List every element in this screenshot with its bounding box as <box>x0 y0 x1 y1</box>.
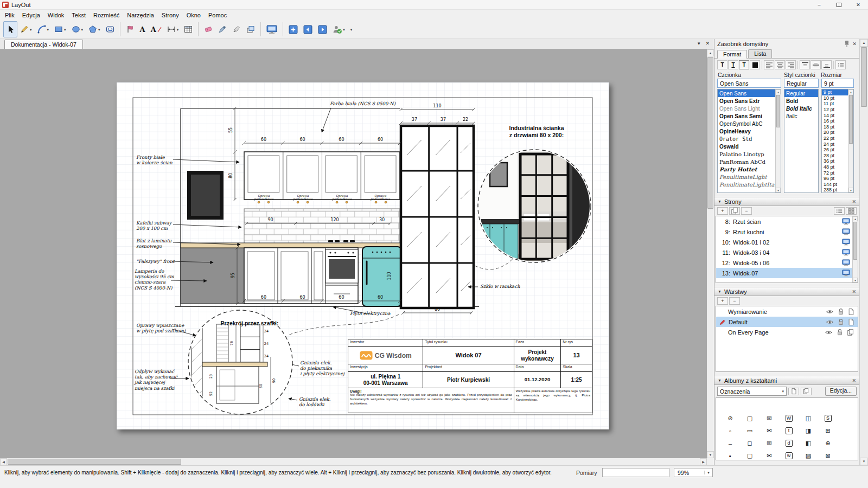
canvas-vertical-scrollbar[interactable]: ▲ ▼ <box>707 49 714 458</box>
scroll-down-button[interactable]: ▼ <box>860 458 868 465</box>
page-row-selected[interactable]: 13:Widok-07 <box>716 268 858 278</box>
pages-list-view-button[interactable] <box>834 207 845 215</box>
style-list-item[interactable]: Italic <box>784 112 818 120</box>
layers-list[interactable]: Wymiarowanie Default On Every Page <box>716 306 858 372</box>
font-list-item[interactable]: OpineHeavy <box>718 127 781 135</box>
font-list-item[interactable]: Open Sans Semi <box>718 112 781 120</box>
lock-icon[interactable] <box>837 329 843 336</box>
text-tool-button[interactable]: A <box>137 21 148 37</box>
horizontal-scroll-thumb[interactable] <box>8 459 181 465</box>
layers-panel-header[interactable]: ▼ Warstwy ✕ <box>714 287 859 296</box>
dimension-tool-button[interactable]: ▾ <box>164 21 182 37</box>
eye-icon[interactable] <box>826 319 834 325</box>
add-layer-button[interactable]: + <box>717 297 728 305</box>
tab-format[interactable]: Format <box>717 50 747 59</box>
document-tab[interactable]: Dokumentacja - Widok-07 <box>4 40 83 49</box>
menu-tekst[interactable]: Tekst <box>68 11 90 20</box>
page-row[interactable]: 12:Widok-05 i 06 <box>716 258 858 268</box>
menu-okno[interactable]: Okno <box>183 11 205 20</box>
shape-item[interactable]: ✉ <box>760 425 779 437</box>
page-row[interactable]: 9:Rzut kuchni <box>716 227 858 237</box>
size-input[interactable]: 9 pt <box>821 79 854 88</box>
shape-item[interactable]: ⊕ <box>818 437 838 450</box>
shape-item[interactable]: t <box>779 425 799 437</box>
monitor-icon[interactable] <box>842 228 850 235</box>
align-left-button[interactable] <box>764 60 774 69</box>
shape-item[interactable]: S <box>818 412 838 425</box>
albums-panel-close-icon[interactable]: ✕ <box>852 378 856 383</box>
shape-item[interactable]: ◻ <box>740 437 760 450</box>
pages-panel-header[interactable]: ▼ Strony ✕ <box>714 197 859 206</box>
pages-icon[interactable] <box>847 329 854 336</box>
shape-item[interactable]: ▭ <box>740 425 760 437</box>
caret-down-icon[interactable]: ▾ <box>47 28 49 31</box>
canvas-horizontal-scrollbar[interactable]: ◀ ▶ <box>0 458 707 465</box>
align-right-button[interactable] <box>786 60 796 69</box>
shape-item[interactable]: ⊞ <box>818 425 838 437</box>
valign-bottom-button[interactable] <box>821 60 832 69</box>
tray-close-icon[interactable]: ✕ <box>852 41 857 47</box>
page-row[interactable]: 10:Widok-01 i 02 <box>716 237 858 247</box>
caret-down-icon[interactable]: ▾ <box>98 28 100 31</box>
duplicate-page-button[interactable] <box>729 207 740 215</box>
drawing-canvas[interactable]: 110 <box>0 49 707 458</box>
circle-tool-button[interactable]: ▾ <box>69 21 86 37</box>
font-list-item[interactable]: Orator Std <box>718 135 781 143</box>
scroll-up-button[interactable]: ▲ <box>860 39 868 47</box>
shape-item[interactable]: ⊠ <box>818 450 838 460</box>
list-format-button[interactable] <box>835 60 846 69</box>
size-list-scrollbar[interactable]: ▲ ▼ <box>848 89 853 192</box>
font-list-item[interactable]: Oswald <box>718 143 781 150</box>
split-tool-button[interactable] <box>244 21 258 37</box>
shape-item[interactable]: ⊘ <box>720 412 740 425</box>
valign-top-button[interactable] <box>800 60 810 69</box>
collapse-icon[interactable]: ▼ <box>718 378 722 382</box>
shape-item[interactable]: W <box>779 412 799 425</box>
font-list-scrollbar[interactable]: ▲ ▼ <box>775 89 781 192</box>
style-list-item[interactable]: Regular <box>784 89 818 97</box>
pages-list-scrollbar[interactable]: ▲ ▼ <box>852 216 858 282</box>
font-list-item[interactable]: PenultimateLight <box>718 173 781 181</box>
shape-item[interactable]: ▢ <box>740 450 760 460</box>
monitor-icon[interactable] <box>842 249 850 256</box>
album-select[interactable]: Oznaczenia ▾ <box>717 387 787 396</box>
menu-strony[interactable]: Strony <box>158 11 183 20</box>
style-list-item[interactable]: Bold Italic <box>784 105 818 112</box>
menu-edycja[interactable]: Edycja <box>18 11 44 20</box>
font-list-item[interactable]: Open Sans <box>718 89 781 97</box>
vertical-scroll-thumb[interactable] <box>707 57 713 209</box>
shape-item[interactable]: – <box>720 437 740 450</box>
tab-lista[interactable]: Lista <box>748 49 772 58</box>
start-presentation-button[interactable] <box>264 21 280 37</box>
shape-item[interactable]: ◧ <box>799 437 818 450</box>
album-prev-button[interactable] <box>788 388 799 395</box>
tray-scroll-thumb[interactable] <box>861 47 867 107</box>
font-list[interactable]: Open Sans Open Sans Extr Open Sans Light… <box>717 89 781 193</box>
valign-middle-button[interactable] <box>810 60 821 69</box>
text-frame-button[interactable]: T <box>739 60 749 69</box>
font-list-item[interactable]: Palatino Linotyp <box>718 150 781 158</box>
page-icon[interactable] <box>848 308 854 316</box>
tab-close-icon[interactable]: ✕ <box>705 41 710 46</box>
lock-icon[interactable] <box>838 318 844 325</box>
measurements-input[interactable] <box>602 468 669 477</box>
zoom-select[interactable]: 99% ▾ <box>674 468 713 477</box>
text-color-button[interactable] <box>750 60 760 69</box>
shape-item[interactable]: ◨ <box>799 425 818 437</box>
collapse-icon[interactable]: ▼ <box>718 200 722 203</box>
arc-tool-button[interactable]: ▾ <box>35 21 52 37</box>
shape-item[interactable]: ✉ <box>760 412 779 425</box>
menu-plik[interactable]: Plik <box>1 11 18 20</box>
monitor-icon[interactable] <box>842 269 850 277</box>
select-tool-button[interactable] <box>3 21 17 37</box>
caret-down-icon[interactable]: ▾ <box>81 28 84 31</box>
previous-page-button[interactable] <box>301 21 315 37</box>
label-tool-button[interactable]: A <box>148 21 164 37</box>
maximize-button[interactable] <box>829 0 848 9</box>
join-tool-button[interactable] <box>229 21 244 37</box>
shape-item[interactable]: ✉ <box>760 450 779 460</box>
shape-item[interactable]: ✉ <box>760 437 779 450</box>
page-icon[interactable] <box>848 318 854 326</box>
delete-layer-button[interactable]: − <box>729 297 740 305</box>
pages-panel-close-icon[interactable]: ✕ <box>852 199 856 204</box>
